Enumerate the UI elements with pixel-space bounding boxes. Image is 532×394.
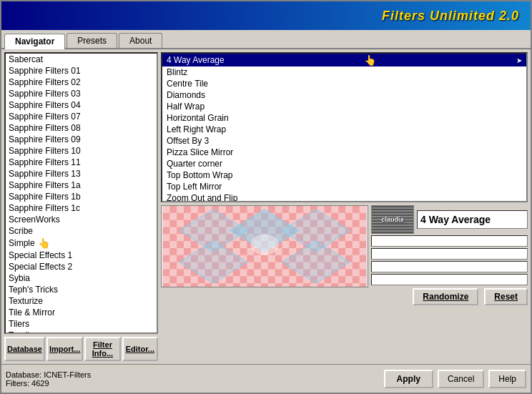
right-panel: 4 Way Average👆BlintzCentre TileDiamondsH… — [161, 52, 528, 361]
list-item[interactable]: Sapphire Filters 07 — [6, 111, 157, 122]
list-item[interactable]: Tile & Mirror — [6, 307, 157, 318]
titlebar: Filters Unlimited 2.0 — [1, 1, 531, 30]
list-item[interactable]: Sapphire Filters 08 — [6, 122, 157, 134]
status-filters: Filters: 4629 — [6, 379, 91, 388]
list-item[interactable]: Texturize — [6, 295, 157, 307]
filter-list-container: SabercatSapphire Filters 01Sapphire Filt… — [4, 52, 158, 334]
database-button[interactable]: Database — [4, 337, 45, 361]
list-item[interactable]: Sapphire Filters 02 — [6, 77, 157, 88]
preview-thumb-row: claudia 4 Way Average — [371, 205, 528, 234]
tab-presets[interactable]: Presets — [66, 33, 117, 48]
filter-list[interactable]: SabercatSapphire Filters 01Sapphire Filt… — [6, 54, 157, 333]
list-item[interactable]: Sybia — [6, 272, 157, 284]
list-item[interactable]: Sapphire Filters 10 — [6, 145, 157, 157]
main-content: SabercatSapphire Filters 01Sapphire Filt… — [1, 49, 531, 364]
left-buttons: Database Import... Filter Info... Editor… — [4, 337, 158, 361]
sub-list-item[interactable]: 4 Way Average👆 — [162, 54, 526, 67]
tab-navigator[interactable]: Navigator — [4, 34, 65, 49]
list-item[interactable]: Sapphire Filters 1b — [6, 191, 157, 202]
status-text: Database: ICNET-Filters Filters: 4629 — [6, 370, 91, 388]
apply-button[interactable]: Apply — [384, 370, 433, 388]
info-row-1 — [371, 235, 528, 247]
svg-point-15 — [250, 234, 278, 255]
sub-list-item[interactable]: Top Left Mirror — [162, 181, 526, 192]
thumb-inner: claudia — [372, 206, 413, 233]
sub-list-item[interactable]: Horizontal Grain — [162, 112, 526, 124]
list-item[interactable]: Scribe — [6, 225, 157, 237]
sub-list-item[interactable]: Centre Tile — [162, 78, 526, 89]
status-buttons: Apply Cancel Help — [384, 370, 526, 388]
thumb-label: claudia — [381, 216, 403, 223]
import-button[interactable]: Import... — [46, 337, 83, 361]
preview-svg — [162, 206, 368, 287]
list-item[interactable]: Sabercat — [6, 54, 157, 65]
randomize-button[interactable]: Randomize — [413, 288, 478, 305]
reset-button[interactable]: Reset — [484, 288, 528, 305]
list-item[interactable]: Sapphire Filters 03 — [6, 88, 157, 99]
main-window: Filters Unlimited 2.0 Navigator Presets … — [0, 0, 532, 394]
preview-area: claudia 4 Way Average Ra — [161, 205, 528, 291]
list-item[interactable]: Sapphire Filters 1c — [6, 202, 157, 214]
info-rows — [371, 235, 528, 285]
sub-list-item[interactable]: Zoom Out and Flip — [162, 192, 526, 202]
tabs-row: Navigator Presets About — [1, 30, 531, 49]
right-buttons: Randomize Reset — [371, 288, 528, 305]
arrow-icon: 👆 — [38, 237, 50, 249]
cancel-button[interactable]: Cancel — [438, 370, 484, 388]
info-row-2 — [371, 248, 528, 260]
sub-list-item[interactable]: Diamonds — [162, 89, 526, 101]
list-item[interactable]: Sapphire Filters 01 — [6, 65, 157, 77]
status-database: Database: ICNET-Filters — [6, 370, 91, 379]
editor-button[interactable]: Editor... — [122, 337, 158, 361]
list-item[interactable]: Toadies — [6, 330, 157, 333]
preview-thumb: claudia — [371, 205, 414, 234]
list-item[interactable]: Tilers — [6, 318, 157, 330]
list-item[interactable]: ScreenWorks — [6, 214, 157, 225]
sub-list-item[interactable]: Top Bottom Wrap — [162, 169, 526, 181]
left-panel: SabercatSapphire Filters 01Sapphire Filt… — [4, 52, 158, 361]
info-row-4 — [371, 274, 528, 285]
tab-about[interactable]: About — [119, 33, 162, 48]
list-item[interactable]: Special Effects 2 — [6, 261, 157, 272]
sub-list-item[interactable]: Half Wrap — [162, 101, 526, 112]
list-item[interactable]: Special Effects 1 — [6, 250, 157, 261]
titlebar-text: Filters Unlimited 2.0 — [382, 9, 519, 24]
selected-arrow-icon: 👆 — [364, 54, 376, 66]
list-item[interactable]: Sapphire Filters 11 — [6, 157, 157, 168]
status-bar: Database: ICNET-Filters Filters: 4629 Ap… — [1, 364, 531, 393]
sub-list-item[interactable]: Blintz — [162, 67, 526, 78]
list-item[interactable]: Teph's Tricks — [6, 284, 157, 295]
sub-list-item[interactable]: Left Right Wrap — [162, 124, 526, 135]
filter-info-button[interactable]: Filter Info... — [84, 337, 120, 361]
help-button[interactable]: Help — [488, 370, 526, 388]
list-item[interactable]: Sapphire Filters 04 — [6, 99, 157, 111]
list-item[interactable]: Sapphire Filters 09 — [6, 134, 157, 145]
list-item[interactable]: Sapphire Filters 13 — [6, 168, 157, 179]
info-row-3 — [371, 261, 528, 272]
sub-list-item[interactable]: Quarter corner — [162, 158, 526, 169]
preview-image — [161, 205, 368, 287]
list-item[interactable]: Simple👆 — [6, 237, 157, 250]
list-item[interactable]: Sapphire Filters 1a — [6, 179, 157, 191]
preview-info: claudia 4 Way Average Ra — [371, 205, 528, 291]
sub-list-item[interactable]: Pizza Slice Mirror — [162, 147, 526, 158]
sublist-container[interactable]: 4 Way Average👆BlintzCentre TileDiamondsH… — [161, 52, 528, 202]
sub-list-item[interactable]: Offset By 3 — [162, 135, 526, 147]
filter-name-display: 4 Way Average — [417, 210, 528, 229]
